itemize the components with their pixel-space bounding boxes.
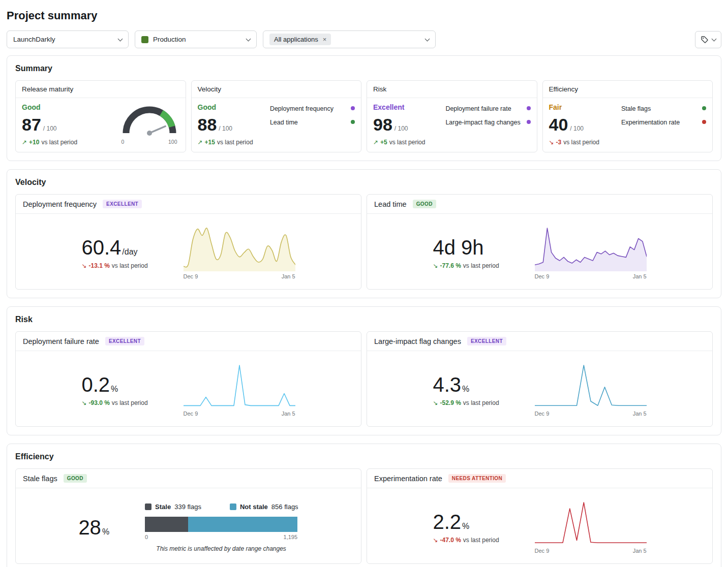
metric-delta: ↘ -47.0 % vs last period — [433, 537, 499, 544]
metric-card-header: Deployment frequency EXCELLENT — [16, 195, 361, 214]
metric-card-body: 0.2 % ↘ -93.0 % vs last period Dec 9 — [16, 351, 361, 426]
legend-swatch — [145, 503, 151, 510]
chevron-down-icon — [118, 36, 123, 41]
score-max: / 100 — [43, 125, 57, 132]
bar-axis-max: 1,195 — [284, 534, 298, 540]
delta-suffix: vs last period — [41, 139, 77, 146]
metric-value: 4.3 — [433, 374, 461, 395]
list-item: Deployment failure rate — [445, 105, 530, 113]
delta-value: +10 — [29, 139, 39, 146]
status-dot — [702, 120, 706, 124]
score-row: 40 / 100 — [549, 116, 599, 134]
chip-remove-icon[interactable]: × — [323, 36, 327, 43]
summary-card-title: Risk — [367, 81, 537, 98]
gauge-max-label: 100 — [168, 139, 177, 145]
stale-flags-bar — [145, 517, 297, 532]
rating-label: Good — [198, 103, 253, 111]
metric-card-deployment-failure-rate: Deployment failure rate EXCELLENT 0.2 % … — [15, 331, 361, 427]
summary-card-left: Good 87 / 100 ↗ +10 vs last period — [22, 103, 77, 146]
metric-value: 28 — [78, 517, 101, 538]
delta-suffix: vs last period — [463, 399, 499, 406]
legend: Stale 339 flags Not stale 856 flags — [145, 503, 298, 511]
delta-value: +15 — [205, 139, 215, 146]
sparkline-chart — [184, 227, 295, 271]
legend-count: 856 flags — [271, 503, 298, 511]
metric-value-row: 60.4 /day — [81, 237, 147, 258]
sparkline-chart — [184, 364, 295, 408]
trend-icon: ↘ — [433, 399, 438, 406]
metric-value-block: 4d 9h ↘ -77.6 % vs last period — [433, 237, 499, 269]
metric-value: 0.2 — [81, 374, 110, 395]
metric-delta: ↘ -93.0 % vs last period — [81, 399, 147, 406]
bar-axis-min: 0 — [145, 534, 148, 540]
trend-icon: ↘ — [549, 139, 554, 146]
score-delta: ↗ +10 vs last period — [22, 139, 77, 146]
status-dot — [702, 106, 706, 110]
project-select[interactable]: LaunchDarkly — [7, 30, 129, 48]
metric-title: Lead time — [374, 200, 407, 208]
metric-label: Large-impact flag changes — [445, 118, 520, 127]
metric-value: 2.2 — [433, 512, 461, 532]
trend-icon: ↗ — [373, 139, 378, 146]
status-badge: GOOD — [413, 200, 436, 208]
x-axis-start-label: Dec 9 — [184, 411, 198, 417]
x-axis-end-label: Jan 5 — [282, 411, 295, 417]
metric-delta: ↘ -52.9 % vs last period — [433, 399, 499, 406]
chevron-down-icon — [712, 36, 717, 41]
velocity-section-title: Velocity — [15, 178, 713, 187]
summary-grid: Release maturity Good 87 / 100 ↗ +10 vs … — [15, 80, 713, 152]
score-value: 88 — [198, 116, 217, 134]
status-dot — [351, 106, 355, 110]
metric-value-block: 28 % — [78, 517, 109, 538]
x-axis-end-label: Jan 5 — [633, 411, 647, 417]
summary-card-left: Fair 40 / 100 ↘ -3 vs last period — [549, 103, 599, 146]
bar-segment-stale — [145, 517, 188, 532]
status-badge: GOOD — [64, 474, 87, 483]
summary-card-body: Good 88 / 100 ↗ +15 vs last period — [192, 98, 361, 152]
applications-select[interactable]: All applications × — [263, 30, 436, 48]
summary-metric-list: Deployment failure rate Large-impact fla… — [445, 103, 530, 146]
metric-title: Experimentation rate — [374, 475, 442, 483]
metric-chart: Dec 9 Jan 5 — [535, 227, 647, 279]
bar-segment-not-stale — [188, 517, 297, 532]
chart-x-axis: Dec 9 Jan 5 — [535, 411, 647, 417]
metric-card-body: 60.4 /day ↘ -13.1 % vs last period Dec 9 — [16, 214, 361, 289]
delta-value: -3 — [556, 139, 562, 146]
metric-value-block: 0.2 % ↘ -93.0 % vs last period — [81, 374, 147, 406]
metric-label: Experimentation rate — [621, 118, 680, 127]
delta-suffix: vs last period — [463, 537, 499, 544]
delta-suffix: vs last period — [389, 139, 426, 146]
delta-suffix: vs last period — [563, 139, 599, 146]
metric-unit: % — [102, 527, 109, 537]
metric-value-block: 4.3 % ↘ -52.9 % vs last period — [433, 374, 499, 406]
summary-card-title: Release maturity — [16, 81, 186, 98]
legend-count: 339 flags — [174, 503, 201, 511]
metric-label: Lead time — [270, 118, 298, 127]
delta-suffix: vs last period — [112, 399, 148, 406]
summary-metric-list: Stale flags Experimentation rate — [621, 103, 706, 146]
summary-card-release-maturity: Release maturity Good 87 / 100 ↗ +10 vs … — [15, 80, 186, 152]
score-value: 87 — [22, 116, 41, 134]
x-axis-end-label: Jan 5 — [633, 273, 647, 279]
metric-card-header: Lead time GOOD — [367, 195, 712, 214]
legend-swatch — [230, 503, 236, 510]
metric-delta: ↘ -77.6 % vs last period — [433, 262, 499, 269]
score-row: 98 / 100 — [373, 116, 425, 134]
tag-filter-button[interactable] — [695, 31, 721, 48]
trend-icon: ↘ — [433, 262, 438, 269]
metric-chart: Dec 9 Jan 5 — [535, 501, 647, 554]
x-axis-start-label: Dec 9 — [535, 273, 550, 279]
metric-unit: % — [111, 385, 118, 394]
project-summary-page: Project summary LaunchDarkly Production … — [0, 0, 728, 567]
filter-bar: LaunchDarkly Production All applications… — [7, 30, 721, 48]
legend-item-not-stale: Not stale 856 flags — [230, 503, 298, 511]
sparkline-chart — [535, 501, 647, 546]
environment-select[interactable]: Production — [135, 30, 257, 48]
metric-card-header: Deployment failure rate EXCELLENT — [16, 332, 361, 351]
gauge-min-label: 0 — [122, 139, 125, 145]
x-axis-end-label: Jan 5 — [282, 273, 295, 279]
metric-card-body: 28 % Stale 339 flags — [16, 488, 361, 563]
delta-value: -77.6 % — [440, 262, 461, 269]
status-dot — [351, 120, 355, 124]
metric-value-row: 4d 9h — [433, 237, 499, 258]
